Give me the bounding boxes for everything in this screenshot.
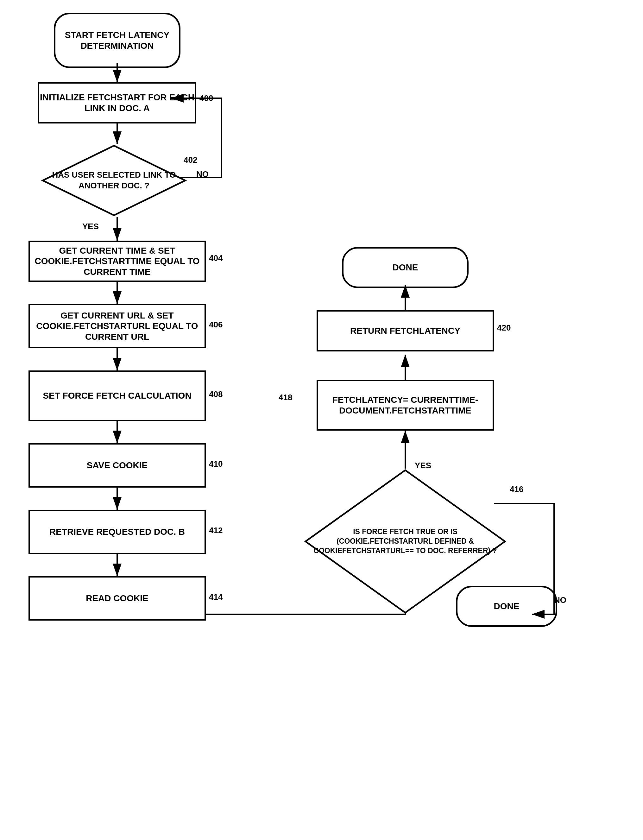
yes-label-402: YES bbox=[82, 222, 99, 232]
label-414: 414 bbox=[209, 592, 223, 602]
yes-label-416: YES bbox=[415, 461, 431, 470]
label-408: 408 bbox=[209, 390, 223, 399]
node-418: FETCHLATENCY= CURRENTTIME- DOCUMENT.FETC… bbox=[317, 380, 494, 431]
node-406: GET CURRENT URL & SET COOKIE.FETCHSTARTU… bbox=[28, 304, 206, 348]
done-node-2: DONE bbox=[456, 586, 557, 627]
label-404: 404 bbox=[209, 253, 223, 263]
node-420: RETURN FETCHLATENCY bbox=[317, 310, 494, 351]
node-412: RETRIEVE REQUESTED DOC. B bbox=[28, 510, 206, 554]
label-418: 418 bbox=[279, 393, 292, 403]
start-node: START FETCH LATENCY DETERMINATION bbox=[54, 13, 180, 68]
node-402: HAS USER SELECTED LINK TO ANOTHER DOC. ? bbox=[41, 144, 187, 217]
done-node-1: DONE bbox=[342, 247, 468, 288]
label-400: 400 bbox=[199, 93, 213, 103]
label-416: 416 bbox=[510, 484, 523, 494]
node-400: INITIALIZE FETCHSTART FOR EACH LINK IN D… bbox=[38, 82, 196, 124]
label-420: 420 bbox=[497, 323, 511, 333]
node-414: READ COOKIE bbox=[28, 576, 206, 621]
flowchart-diagram: START FETCH LATENCY DETERMINATION INITIA… bbox=[0, 0, 643, 840]
node-404: GET CURRENT TIME & SET COOKIE.FETCHSTART… bbox=[28, 241, 206, 282]
node-410: SAVE COOKIE bbox=[28, 443, 206, 488]
no-label-402: NO bbox=[196, 170, 209, 179]
label-410: 410 bbox=[209, 459, 223, 469]
label-412: 412 bbox=[209, 525, 223, 535]
label-406: 406 bbox=[209, 320, 223, 329]
node-408: SET FORCE FETCH CALCULATION bbox=[28, 370, 206, 421]
label-402: 402 bbox=[184, 155, 197, 165]
